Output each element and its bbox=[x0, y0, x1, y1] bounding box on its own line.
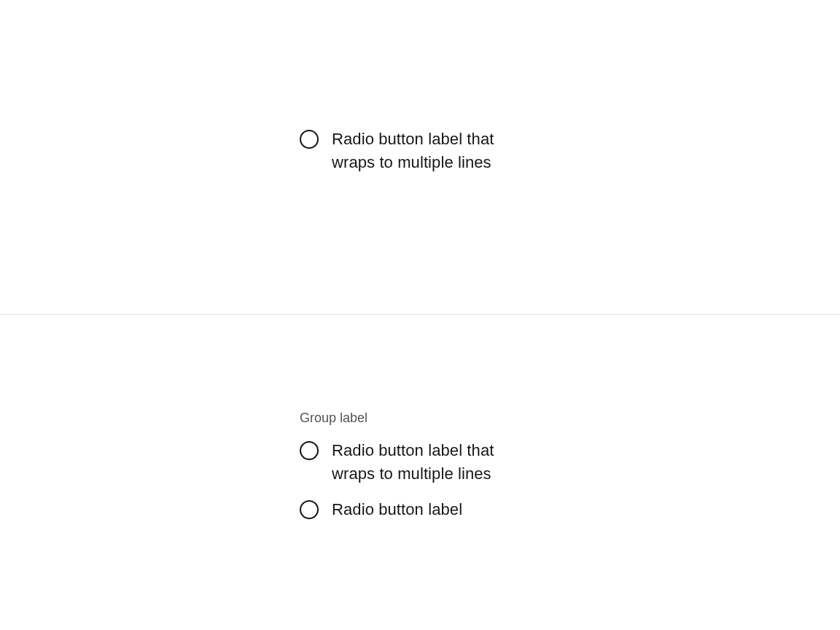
example-section-single-radio: Radio button label that wraps to multipl… bbox=[0, 0, 840, 315]
radio-label-text: Radio button label bbox=[332, 498, 462, 521]
radio-circle-icon bbox=[300, 130, 319, 149]
radio-option-1[interactable]: Radio button label that wraps to multipl… bbox=[300, 128, 540, 174]
radio-group-label: Group label bbox=[300, 411, 540, 426]
radio-group-container: Group label Radio button label that wrap… bbox=[300, 411, 540, 535]
radio-label-text: Radio button label that wraps to multipl… bbox=[332, 128, 540, 174]
radio-option-2[interactable]: Radio button label bbox=[300, 498, 540, 521]
radio-option-1[interactable]: Radio button label that wraps to multipl… bbox=[300, 439, 540, 486]
radio-circle-icon bbox=[300, 500, 319, 519]
radio-circle-icon bbox=[300, 441, 319, 460]
example-section-radio-group: Group label Radio button label that wrap… bbox=[0, 315, 840, 630]
radio-container: Radio button label that wraps to multipl… bbox=[300, 128, 540, 187]
radio-label-text: Radio button label that wraps to multipl… bbox=[332, 439, 540, 486]
